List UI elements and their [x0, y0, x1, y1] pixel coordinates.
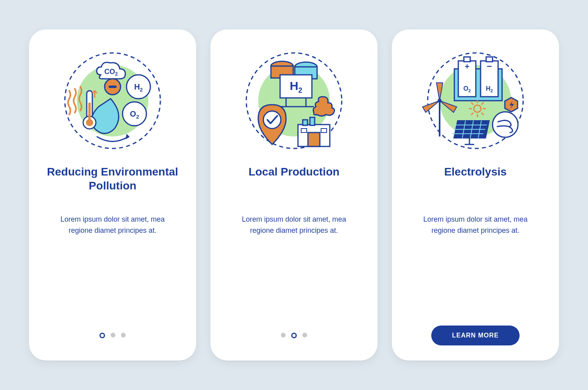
- page-dots: [99, 333, 126, 338]
- svg-rect-12: [88, 103, 91, 122]
- dot-3[interactable]: [121, 333, 126, 337]
- onboarding-card-2: H2 Local Production Lorem ipsum dolor si…: [210, 29, 378, 361]
- illustration-local-production: H2: [240, 47, 348, 154]
- card-title: Reducing Environmental Pollution: [46, 165, 179, 209]
- card-title: Electrolysis: [444, 165, 506, 209]
- onboarding-card-3: + − O2 H2: [392, 29, 559, 361]
- illustration-electrolysis: + − O2 H2: [422, 47, 529, 154]
- svg-point-62: [493, 112, 518, 137]
- svg-rect-26: [303, 120, 308, 125]
- svg-rect-4: [109, 86, 117, 88]
- dot-1[interactable]: [281, 333, 286, 337]
- onboarding-card-1: CO2 H2 O2: [29, 29, 196, 361]
- svg-rect-36: [464, 57, 470, 62]
- page-dots: [281, 333, 307, 338]
- card-body: Lorem ipsum dolor sit amet, mea regione …: [412, 214, 539, 236]
- dot-2[interactable]: [291, 333, 297, 338]
- dot-2[interactable]: [111, 333, 115, 337]
- card-body: Lorem ipsum dolor sit amet, mea regione …: [230, 214, 358, 236]
- dot-3[interactable]: [302, 333, 307, 337]
- card-body: Lorem ipsum dolor sit amet, mea regione …: [49, 214, 176, 236]
- svg-point-24: [263, 111, 281, 129]
- svg-text:+: +: [465, 62, 469, 71]
- illustration-pollution: CO2 H2 O2: [59, 47, 166, 154]
- card-footer: [46, 325, 179, 346]
- card-title: Local Production: [249, 165, 340, 209]
- svg-rect-28: [308, 133, 320, 146]
- svg-text:−: −: [487, 61, 492, 71]
- card-footer: [227, 325, 361, 346]
- card-footer: LEARN MORE: [409, 325, 542, 346]
- learn-more-button[interactable]: LEARN MORE: [431, 326, 520, 345]
- svg-rect-27: [310, 117, 315, 125]
- dot-1[interactable]: [99, 333, 105, 338]
